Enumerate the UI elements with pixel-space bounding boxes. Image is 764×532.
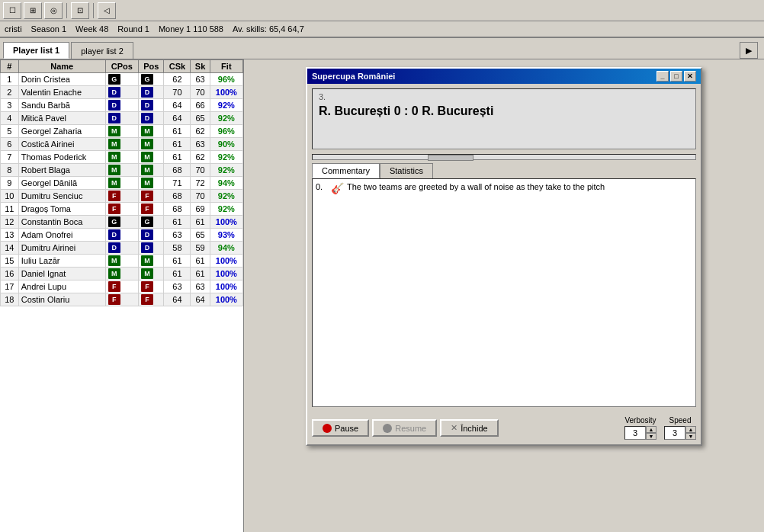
cell-csk: 63 bbox=[164, 229, 191, 242]
table-row[interactable]: 12 Constantin Boca G G 61 61 100% bbox=[1, 216, 243, 229]
cell-num: 9 bbox=[1, 177, 19, 190]
cell-sk: 63 bbox=[191, 138, 210, 151]
toolbar-btn-2[interactable]: ⊞ bbox=[24, 2, 42, 19]
tab-player-list-2[interactable]: player list 2 bbox=[71, 42, 133, 59]
cell-pos: D bbox=[139, 242, 164, 255]
close-button[interactable]: ✕ bbox=[684, 71, 696, 82]
main-area: # Name CPos Pos CSk Sk Fit 1 Dorin Crist… bbox=[0, 59, 764, 532]
minimize-button[interactable]: _ bbox=[656, 71, 669, 82]
verbosity-value: 3 bbox=[624, 426, 646, 440]
status-money: Money 1 110 588 bbox=[159, 24, 223, 34]
close-dialog-button[interactable]: ✕ Închide bbox=[440, 419, 498, 437]
cell-csk: 61 bbox=[164, 255, 191, 268]
cell-num: 11 bbox=[1, 203, 19, 216]
cell-num: 2 bbox=[1, 86, 19, 99]
toolbar-btn-1[interactable]: ☐ bbox=[3, 2, 21, 19]
table-row[interactable]: 14 Dumitru Airinei D D 58 59 94% bbox=[1, 242, 243, 255]
footer-buttons: Pause Resume ✕ Închide bbox=[312, 419, 499, 437]
cell-csk: 63 bbox=[164, 280, 191, 293]
table-row[interactable]: 5 Georgel Zaharia M M 61 62 96% bbox=[1, 125, 243, 138]
cell-num: 14 bbox=[1, 242, 19, 255]
cell-cpos: D bbox=[105, 86, 138, 99]
verbosity-arrows: ▲ ▼ bbox=[646, 426, 656, 440]
score-area: 3. R. București 0 : 0 R. București bbox=[312, 88, 696, 149]
cell-name: Georgel Zaharia bbox=[18, 125, 105, 138]
inner-tabs: Commentary Statistics bbox=[312, 163, 696, 178]
table-row[interactable]: 9 Georgel Dănilă M M 71 72 94% bbox=[1, 177, 243, 190]
nav-arrow[interactable]: ▶ bbox=[740, 42, 758, 59]
toolbar-btn-3[interactable]: ◎ bbox=[44, 2, 63, 19]
cell-sk: 61 bbox=[191, 268, 210, 280]
cell-cpos: M bbox=[105, 268, 138, 280]
cell-num: 12 bbox=[1, 216, 19, 229]
table-row[interactable]: 3 Sandu Barbă D D 64 66 92% bbox=[1, 99, 243, 112]
cell-name: Iuliu Lazăr bbox=[18, 255, 105, 268]
speed-label: Speed bbox=[669, 416, 692, 425]
score-scrollbar[interactable] bbox=[312, 154, 696, 160]
maximize-button[interactable]: □ bbox=[670, 71, 682, 82]
table-row[interactable]: 8 Robert Blaga M M 68 70 92% bbox=[1, 164, 243, 177]
cell-cpos: F bbox=[105, 203, 138, 216]
toolbar-btn-4[interactable]: ⊡ bbox=[71, 2, 89, 19]
cell-cpos: M bbox=[105, 138, 138, 151]
cell-csk: 64 bbox=[164, 293, 191, 306]
modal-titlebar: Supercupa României _ □ ✕ bbox=[307, 69, 701, 84]
table-row[interactable]: 17 Andrei Lupu F F 63 63 100% bbox=[1, 280, 243, 293]
speed-down[interactable]: ▼ bbox=[685, 433, 696, 440]
cell-name: Dorin Cristea bbox=[18, 73, 105, 86]
cell-sk: 62 bbox=[191, 151, 210, 164]
resume-label: Resume bbox=[395, 424, 426, 433]
cell-name: Costică Airinei bbox=[18, 138, 105, 151]
speed-up[interactable]: ▲ bbox=[685, 426, 696, 433]
cell-cpos: G bbox=[105, 73, 138, 86]
cell-pos: D bbox=[139, 99, 164, 112]
cell-fit: 92% bbox=[210, 203, 242, 216]
cell-csk: 68 bbox=[164, 164, 191, 177]
cell-name: Daniel Ignat bbox=[18, 268, 105, 280]
modal-body: 3. R. București 0 : 0 R. București Comme… bbox=[307, 84, 701, 412]
tab-statistics[interactable]: Statistics bbox=[380, 163, 433, 178]
player-table: # Name CPos Pos CSk Sk Fit 1 Dorin Crist… bbox=[0, 59, 243, 306]
cell-sk: 70 bbox=[191, 164, 210, 177]
toolbar-btn-5[interactable]: ◁ bbox=[98, 2, 116, 19]
table-row[interactable]: 1 Dorin Cristea G G 62 63 96% bbox=[1, 73, 243, 86]
cell-cpos: M bbox=[105, 164, 138, 177]
table-row[interactable]: 6 Costică Airinei M M 61 63 90% bbox=[1, 138, 243, 151]
cell-pos: M bbox=[139, 138, 164, 151]
cell-name: Mitică Pavel bbox=[18, 112, 105, 125]
cell-fit: 96% bbox=[210, 73, 242, 86]
cell-sk: 61 bbox=[191, 255, 210, 268]
table-row[interactable]: 11 Dragoș Toma F F 68 69 92% bbox=[1, 203, 243, 216]
status-avskills: Av. skills: 65,4 64,7 bbox=[233, 24, 304, 34]
table-row[interactable]: 16 Daniel Ignat M M 61 61 100% bbox=[1, 268, 243, 280]
cell-cpos: D bbox=[105, 242, 138, 255]
scroll-thumb[interactable] bbox=[428, 155, 473, 161]
cell-csk: 61 bbox=[164, 151, 191, 164]
cell-name: Georgel Dănilă bbox=[18, 177, 105, 190]
table-row[interactable]: 7 Thomas Poderick M M 61 62 92% bbox=[1, 151, 243, 164]
cell-csk: 58 bbox=[164, 242, 191, 255]
verbosity-up[interactable]: ▲ bbox=[646, 426, 656, 433]
table-row[interactable]: 18 Costin Olariu F F 64 64 100% bbox=[1, 293, 243, 306]
cell-sk: 61 bbox=[191, 216, 210, 229]
cell-name: Thomas Poderick bbox=[18, 151, 105, 164]
status-user: cristi bbox=[5, 24, 22, 34]
cell-fit: 92% bbox=[210, 164, 242, 177]
cell-name: Dragoș Toma bbox=[18, 203, 105, 216]
cell-num: 1 bbox=[1, 73, 19, 86]
table-row[interactable]: 10 Dumitru Senciuc F F 68 70 92% bbox=[1, 190, 243, 203]
cell-sk: 63 bbox=[191, 280, 210, 293]
verbosity-down[interactable]: ▼ bbox=[646, 433, 656, 440]
table-row[interactable]: 4 Mitică Pavel D D 64 65 92% bbox=[1, 112, 243, 125]
table-row[interactable]: 13 Adam Onofrei D D 63 65 93% bbox=[1, 229, 243, 242]
tab-player-list-1[interactable]: Player list 1 bbox=[3, 42, 69, 59]
pause-button[interactable]: Pause bbox=[312, 419, 369, 437]
verbosity-label: Verbosity bbox=[624, 416, 656, 425]
resume-button[interactable]: Resume bbox=[372, 419, 437, 437]
table-row[interactable]: 15 Iuliu Lazăr M M 61 61 100% bbox=[1, 255, 243, 268]
status-round: Round 1 bbox=[117, 24, 149, 34]
cell-num: 10 bbox=[1, 190, 19, 203]
tab-commentary[interactable]: Commentary bbox=[312, 163, 380, 178]
table-row[interactable]: 2 Valentin Enache D D 70 70 100% bbox=[1, 86, 243, 99]
cell-pos: G bbox=[139, 216, 164, 229]
